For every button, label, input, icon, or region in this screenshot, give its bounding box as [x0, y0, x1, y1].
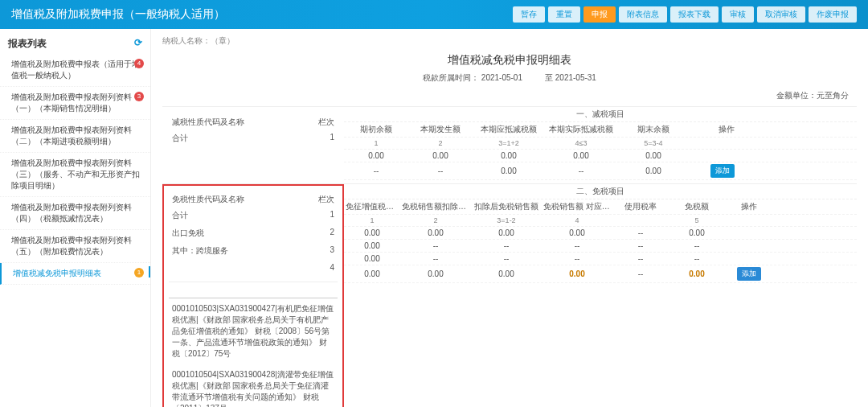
sidebar-badge-icon: 4 [134, 59, 144, 68]
section1-right: 一、减税项目 期初余额 本期发生额 本期应抵减税额 本期实际抵减税额 期末余额 … [344, 107, 857, 180]
header-btn-0[interactable]: 暂存 [513, 6, 545, 23]
refresh-icon[interactable]: ⟳ [134, 37, 142, 48]
sidebar: 报表列表 ⟳ 增值税及附加税费申报表（适用于增值税一般纳税人）4增值税及附加税费… [0, 29, 151, 407]
sidebar-item-4[interactable]: 增值税及附加税费申报表附列资料（四）（税额抵减情况表） [0, 197, 150, 230]
cell: 0.00 [400, 269, 471, 278]
cell: -- [669, 241, 725, 250]
section-2: 免税性质代码及名称 栏次 合计1出口免税2其中：跨境服务34 000101050… [162, 183, 857, 407]
cell: 0.00 [344, 151, 408, 160]
header-btn-3[interactable]: 附表信息 [619, 6, 667, 23]
cell: -- [612, 254, 669, 263]
cell: 0.00 [542, 269, 612, 278]
cell: 0.00 [408, 151, 473, 160]
dropdown-item-1[interactable]: 0001010504|SXA031900428|滴灌带免征增值税优惠|《财政部 … [169, 364, 338, 407]
cell: 0.00 [617, 166, 690, 175]
header-btn-7[interactable]: 作废申报 [809, 6, 857, 23]
header-btn-2[interactable]: 申报 [583, 6, 616, 23]
dropdown-panel: 0001010503|SXA031900427|有机肥免征增值税优惠|《财政部 … [169, 282, 338, 407]
cell: 0.00 [471, 228, 542, 237]
cell: 0.00 [617, 151, 690, 160]
section2-row-2: 0.00---------- [344, 253, 857, 265]
cell: -- [545, 166, 617, 175]
header-btn-6[interactable]: 取消审核 [757, 6, 805, 23]
cell: -- [612, 241, 669, 250]
section1-head-2: 1 2 3=1+2 4≤3 5=3-4 [344, 138, 857, 150]
sidebar-item-0[interactable]: 增值税及附加税费申报表（适用于增值税一般纳税人）4 [0, 54, 150, 87]
unit-label: 金额单位：元至角分 [162, 87, 857, 106]
section1-rows: 0.000.000.000.000.00----0.00--0.00添加 [344, 150, 857, 180]
cell: -- [400, 254, 471, 263]
op-cell: 添加 [690, 164, 738, 178]
header-btn-5[interactable]: 审核 [722, 6, 754, 23]
cell: -- [542, 241, 612, 250]
cell: -- [344, 166, 408, 175]
page-title: 增值税及附加税费申报（一般纳税人适用） [11, 7, 225, 22]
cell: 0.00 [344, 241, 400, 250]
cell: 0.00 [400, 228, 471, 237]
breadcrumb: 纳税人名称：（章） [162, 35, 857, 47]
section-1: 减税性质代码及名称 栏次 合计 1 一、减税项目 期初余额 本期发生额 本期应抵… [162, 106, 857, 180]
cell: 0.00 [545, 151, 617, 160]
section1-left-row: 合计 1 [169, 130, 338, 147]
section2-row-0: 0.000.000.000.00--0.00 [344, 227, 857, 240]
sidebar-item-2[interactable]: 增值税及附加税费申报表附列资料（二）（本期进项税额明细） [0, 120, 150, 153]
cell: -- [542, 254, 612, 263]
cell: -- [408, 166, 473, 175]
section1-row-1: ----0.00--0.00添加 [344, 162, 857, 180]
main-panel: 纳税人名称：（章） 增值税减免税申报明细表 税款所属时间： 2021-05-01… [151, 29, 868, 407]
add-row-button[interactable]: 添加 [737, 267, 761, 281]
section2-left-head: 免税性质代码及名称 栏次 [169, 192, 338, 207]
section2-rows: 0.000.000.000.00--0.000.00----------0.00… [344, 227, 857, 283]
section2-right: 二、免税项目 免征增值税项目 销售额 免税销售额扣除项目 本期实际扣除金额 扣除… [344, 184, 857, 407]
content-area: 报表列表 ⟳ 增值税及附加税费申报表（适用于增值税一般纳税人）4增值税及附加税费… [0, 29, 868, 407]
section2-left-rows: 合计1出口免税2其中：跨境服务34 [169, 207, 338, 275]
cell: 0.00 [344, 254, 400, 263]
cell: -- [400, 241, 471, 250]
dropdown-list: 0001010503|SXA031900427|有机肥免征增值税优惠|《财政部 … [169, 298, 338, 407]
cell: 0.00 [669, 269, 725, 278]
section2-row-3: 0.000.000.000.00--0.00添加 [344, 265, 857, 283]
cell: -- [669, 254, 725, 263]
sidebar-item-6[interactable]: 增值税减免税申报明细表1 [0, 263, 150, 285]
cell: -- [471, 254, 542, 263]
header-btn-1[interactable]: 重置 [548, 6, 580, 23]
sidebar-title-row: 报表列表 ⟳ [0, 34, 150, 54]
sidebar-item-1[interactable]: 增值税及附加税费申报表附列资料（一）（本期销售情况明细）3 [0, 87, 150, 120]
section2-group-title: 二、免税项目 [344, 184, 857, 199]
section2-left-row-0: 合计1 [169, 207, 338, 224]
section1-group-title: 一、减税项目 [344, 107, 857, 122]
sidebar-title: 报表列表 [8, 38, 47, 49]
period-label: 税款所属时间： 2021-05-01 [423, 72, 522, 84]
op-cell: 添加 [725, 267, 773, 281]
header-toolbar: 暂存重置申报附表信息报表下载审核取消审核作废申报 [513, 6, 857, 23]
section1-left: 减税性质代码及名称 栏次 合计 1 [162, 107, 344, 163]
section2-left-row-1: 出口免税2 [169, 224, 338, 242]
cell: -- [471, 241, 542, 250]
dropdown-search-input[interactable] [169, 282, 338, 298]
section2-row-1: 0.00---------- [344, 240, 857, 253]
section1-left-head: 减税性质代码及名称 栏次 [169, 115, 338, 130]
cell: 0.00 [344, 269, 400, 278]
cell: -- [612, 269, 669, 278]
cell: 0.00 [473, 151, 545, 160]
cell: 0.00 [669, 228, 725, 237]
cell: 0.00 [344, 228, 400, 237]
cell: -- [612, 228, 669, 237]
period-to: 至 2021-05-31 [545, 72, 596, 84]
sidebar-item-5[interactable]: 增值税及附加税费申报表附列资料（五）（附加税费情况表） [0, 230, 150, 263]
section1-row-0: 0.000.000.000.000.00 [344, 150, 857, 162]
section1-head-1: 期初余额 本期发生额 本期应抵减税额 本期实际抵减税额 期末余额 操作 [344, 122, 857, 138]
document-title: 增值税减免税申报明细表 [162, 47, 857, 72]
section2-left-row-2: 其中：跨境服务3 [169, 242, 338, 260]
add-row-button[interactable]: 添加 [710, 164, 735, 178]
section2-head-2: 1 2 3=1-2 4 5 [344, 215, 857, 227]
sidebar-badge-icon: 3 [134, 92, 144, 101]
cell: 0.00 [542, 228, 612, 237]
page-header: 增值税及附加税费申报（一般纳税人适用） 暂存重置申报附表信息报表下载审核取消审核… [0, 0, 868, 29]
header-btn-4[interactable]: 报表下载 [670, 6, 719, 23]
sidebar-item-3[interactable]: 增值税及附加税费申报表附列资料（三）（服务、不动产和无形资产扣除项目明细） [0, 153, 150, 197]
dropdown-item-0[interactable]: 0001010503|SXA031900427|有机肥免征增值税优惠|《财政部 … [169, 298, 338, 364]
section2-left-row-3: 4 [169, 260, 338, 275]
section2-head-1: 免征增值税项目 销售额 免税销售额扣除项目 本期实际扣除金额 扣除后免税销售额 … [344, 199, 857, 215]
cell: 0.00 [473, 166, 545, 175]
